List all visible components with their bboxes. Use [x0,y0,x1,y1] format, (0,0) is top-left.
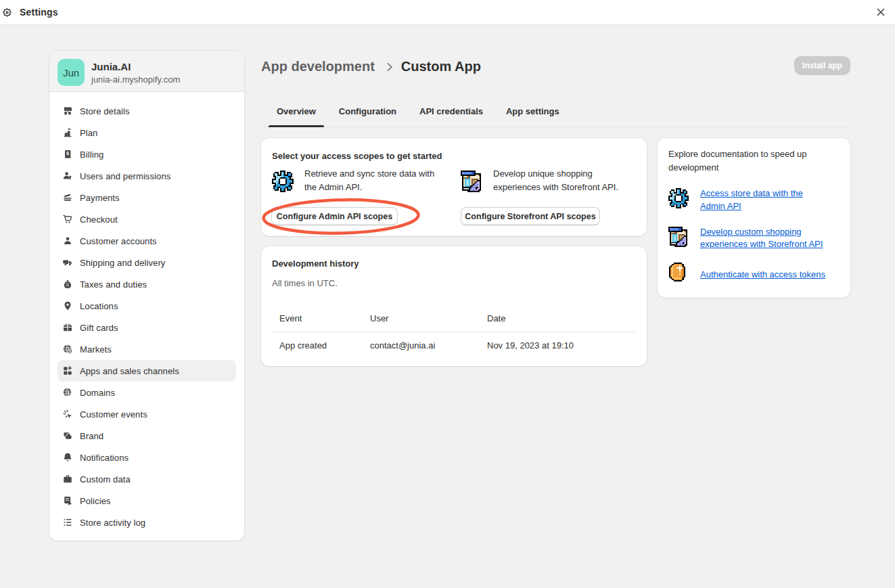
svg-text:$: $ [66,150,69,156]
